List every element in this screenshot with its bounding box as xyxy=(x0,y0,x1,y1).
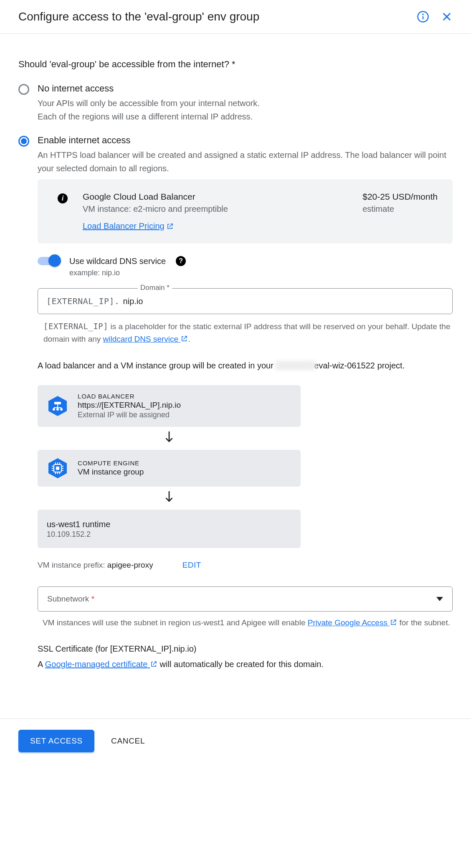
wildcard-dns-toggle[interactable] xyxy=(38,257,59,265)
private-google-access-link[interactable]: Private Google Access xyxy=(308,618,397,627)
close-icon[interactable] xyxy=(441,11,453,23)
svg-rect-6 xyxy=(54,402,61,404)
lb-card-sub: External IP will be assigned xyxy=(78,411,181,419)
svg-point-2 xyxy=(423,14,423,15)
lb-card-url: https://[EXTERNAL_IP].nip.io xyxy=(78,401,181,410)
runtime-ip: 10.109.152.2 xyxy=(47,530,110,539)
help-icon[interactable]: ? xyxy=(176,256,186,266)
arrow-down-icon xyxy=(38,487,301,510)
diagram-runtime-card: us-west1 runtime 10.109.152.2 xyxy=(38,510,301,548)
google-managed-cert-link[interactable]: Google-managed certificate xyxy=(45,660,157,669)
domain-prefix: [EXTERNAL_IP]. xyxy=(46,296,120,306)
lb-title: Google Cloud Load Balancer xyxy=(83,192,228,202)
diagram-compute-engine-card: COMPUTE ENGINE VM instance group xyxy=(38,450,301,487)
ssl-text: A Google-managed certificate will automa… xyxy=(38,660,453,669)
wildcard-example: example: nip.io xyxy=(69,269,453,277)
lb-subtitle: VM instance: e2-micro and preemptible xyxy=(83,204,228,214)
cancel-button[interactable]: CANCEL xyxy=(111,736,145,746)
runtime-name: us-west1 runtime xyxy=(47,520,110,529)
chevron-down-icon xyxy=(436,594,443,603)
radio-no-internet-desc: Your APIs will only be accessible from y… xyxy=(38,96,260,123)
info-icon: i xyxy=(58,193,68,203)
radio-enable-internet-label: Enable internet access xyxy=(38,135,453,146)
wildcard-dns-service-link[interactable]: wildcard DNS service xyxy=(103,335,188,343)
lb-price: $20-25 USD/month xyxy=(362,192,438,202)
subnet-help-text: VM instances will use the subnet in regi… xyxy=(43,617,453,629)
radio-no-internet-label: No internet access xyxy=(38,83,260,94)
radio-enable-internet[interactable] xyxy=(18,136,29,147)
domain-input[interactable]: [EXTERNAL_IP]. nip.io xyxy=(38,288,453,314)
radio-no-internet[interactable] xyxy=(18,84,29,95)
vm-prefix-value: apigee-proxy xyxy=(107,561,153,569)
diagram-load-balancer-card: LOAD BALANCER https://[EXTERNAL_IP].nip.… xyxy=(38,385,301,427)
lb-card-tag: LOAD BALANCER xyxy=(78,393,181,400)
set-access-button[interactable]: SET ACCESS xyxy=(18,730,94,752)
ssl-heading: SSL Certificate (for [EXTERNAL_IP].nip.i… xyxy=(38,644,453,654)
arrow-down-icon xyxy=(38,427,301,450)
subnetwork-label: Subnetwork xyxy=(47,594,91,603)
svg-point-8 xyxy=(56,408,59,411)
lb-price-sub: estimate xyxy=(362,204,438,214)
svg-marker-31 xyxy=(436,597,443,601)
compute-engine-icon xyxy=(47,457,68,479)
ce-card-main: VM instance group xyxy=(78,467,144,477)
access-question: Should 'eval-group' be accessible from t… xyxy=(18,59,453,70)
domain-value: nip.io xyxy=(123,297,143,306)
domain-field-label: Domain * xyxy=(138,284,172,292)
load-balancer-info-card: i Google Cloud Load Balancer VM instance… xyxy=(38,179,453,244)
radio-enable-internet-desc: An HTTPS load balancer will be created a… xyxy=(38,148,453,175)
load-balancer-icon xyxy=(47,395,68,417)
edit-button[interactable]: EDIT xyxy=(182,561,201,570)
vm-prefix-label: VM instance prefix: xyxy=(38,561,107,569)
svg-rect-17 xyxy=(56,467,59,470)
ce-card-tag: COMPUTE ENGINE xyxy=(78,459,144,467)
project-info-text: A load balancer and a VM instance group … xyxy=(38,358,453,373)
subnetwork-select[interactable]: Subnetwork * xyxy=(38,586,453,612)
lb-pricing-link[interactable]: Load Balancer Pricing xyxy=(83,221,174,231)
domain-help-text: [EXTERNAL_IP] is a placeholder for the s… xyxy=(43,320,453,346)
info-icon[interactable] xyxy=(417,10,429,23)
wildcard-dns-label: Use wildcard DNS service xyxy=(69,256,166,266)
dialog-title: Configure access to the 'eval-group' env… xyxy=(18,10,259,23)
